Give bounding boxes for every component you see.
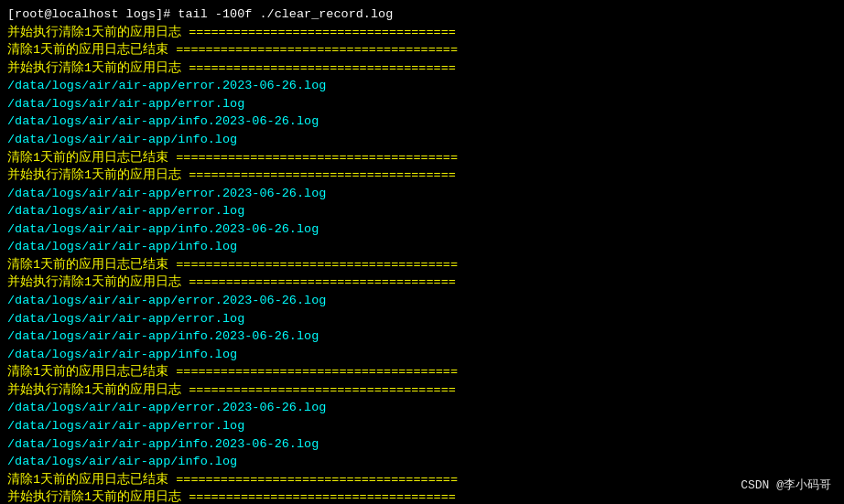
- terminal-line: 清除1天前的应用日志已结束 ==========================…: [7, 471, 837, 489]
- terminal-line: /data/logs/air/air-app/error.2023-06-26.…: [7, 77, 837, 95]
- terminal-line: 清除1天前的应用日志已结束 ==========================…: [7, 256, 837, 274]
- terminal-line: 并始执行清除1天前的应用日志 =========================…: [7, 488, 837, 504]
- terminal-line: /data/logs/air/air-app/info.log: [7, 238, 837, 256]
- prompt-line: [root@localhost logs]# tail -100f ./clea…: [7, 5, 837, 24]
- terminal-line: 并始执行清除1天前的应用日志 =========================…: [7, 381, 837, 400]
- terminal-line: 并始执行清除1天前的应用日志 =========================…: [7, 24, 837, 42]
- terminal-output: 并始执行清除1天前的应用日志 =========================…: [7, 24, 837, 504]
- terminal-line: /data/logs/air/air-app/info.2023-06-26.l…: [7, 220, 837, 239]
- terminal-line: /data/logs/air/air-app/info.log: [7, 453, 837, 471]
- terminal-line: /data/logs/air/air-app/error.log: [7, 202, 837, 220]
- terminal-line: /data/logs/air/air-app/info.2023-06-26.l…: [7, 327, 837, 346]
- terminal-line: /data/logs/air/air-app/error.log: [7, 310, 837, 328]
- terminal-line: /data/logs/air/air-app/error.2023-06-26.…: [7, 292, 837, 310]
- terminal-line: /data/logs/air/air-app/error.log: [7, 95, 837, 113]
- terminal-line: /data/logs/air/air-app/info.log: [7, 346, 837, 364]
- terminal-line: 清除1天前的应用日志已结束 ==========================…: [7, 41, 837, 59]
- terminal-line: /data/logs/air/air-app/info.log: [7, 131, 837, 149]
- terminal-line: /data/logs/air/air-app/error.log: [7, 417, 837, 435]
- terminal-line: 并始执行清除1天前的应用日志 =========================…: [7, 273, 837, 292]
- terminal-line: 清除1天前的应用日志已结束 ==========================…: [7, 363, 837, 381]
- terminal-line: /data/logs/air/air-app/info.2023-06-26.l…: [7, 113, 837, 131]
- terminal-line: 并始执行清除1天前的应用日志 =========================…: [7, 59, 837, 78]
- terminal-line: /data/logs/air/air-app/info.2023-06-26.l…: [7, 435, 837, 454]
- terminal-line: /data/logs/air/air-app/error.2023-06-26.…: [7, 185, 837, 203]
- terminal-window: [root@localhost logs]# tail -100f ./clea…: [0, 0, 844, 504]
- watermark: CSDN @李小码哥: [741, 477, 831, 495]
- terminal-line: 清除1天前的应用日志已结束 ==========================…: [7, 149, 837, 167]
- terminal-line: /data/logs/air/air-app/error.2023-06-26.…: [7, 399, 837, 417]
- terminal-line: 并始执行清除1天前的应用日志 =========================…: [7, 166, 837, 185]
